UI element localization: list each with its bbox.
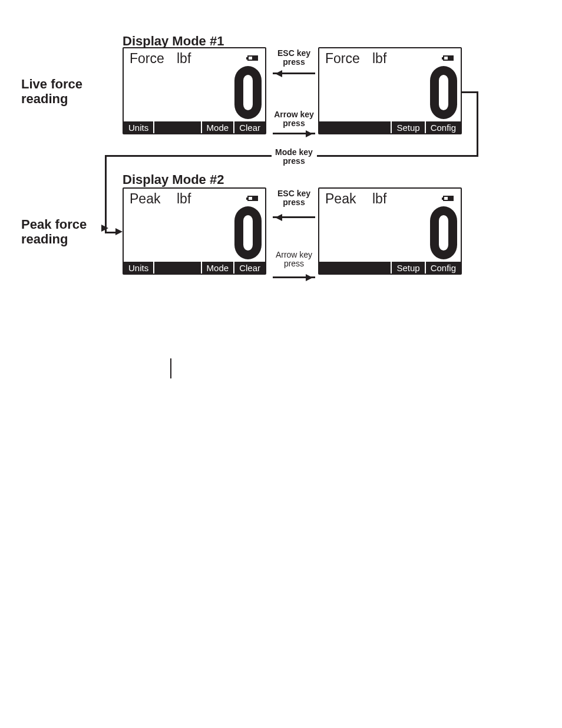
softkey-units[interactable]: Units [124,121,153,133]
arrow-arrow-2 [273,276,315,278]
softkey-config[interactable]: Config [426,262,461,274]
connector-line [317,155,478,157]
label-esc-1: ESC key press [273,49,315,66]
label-mode: Mode key press [272,148,316,165]
panel-live-menu: Force lbf Setup Config [318,47,462,134]
arrow-esc-2 [273,216,315,218]
side-label-peak: Peak force reading [21,217,115,247]
softkey-setup[interactable]: Setup [392,262,424,274]
panel-peak-main-value [234,206,262,259]
battery-icon [443,55,454,61]
side-label-live-text: Live force reading [21,77,82,106]
softkey-mode[interactable]: Mode [202,262,234,274]
panel-peak-main-softbar: Units Mode Clear [124,262,265,274]
panel-live-menu-unit: lbf [372,51,386,67]
battery-icon [247,196,258,201]
text-cursor-artifact [170,358,171,378]
side-label-live: Live force reading [21,77,115,107]
label-esc-2: ESC key press [273,189,315,206]
connector-line [477,91,478,155]
panel-live-main-softbar: Units Mode Clear [124,121,265,133]
panel-live-main-value [234,66,262,119]
softkey-mode[interactable]: Mode [202,121,234,133]
label-arrow-2: Arrow key press [273,251,315,268]
connector-line [105,155,272,157]
panel-live-main-unit: lbf [177,51,191,67]
panel-peak-main: Peak lbf Units Mode Clear [123,187,266,275]
arrow-arrow-1 [273,133,315,134]
panel-peak-menu-title: Peak [325,191,356,207]
panel-peak-menu: Peak lbf Setup Config [318,187,462,275]
panel-live-menu-value [430,66,457,119]
arrow-esc-1 [273,73,315,74]
panel-peak-main-title: Peak [130,191,160,207]
panel-peak-menu-value [430,206,457,259]
battery-icon [247,55,258,61]
softkey-clear[interactable]: Clear [234,121,265,133]
panel-peak-menu-softbar: Setup Config [319,262,461,274]
label-arrow-1: Arrow key press [273,110,315,127]
battery-icon [443,196,454,201]
panel-live-main-title: Force [130,51,164,67]
heading-mode-2: Display Mode #2 [123,172,224,187]
connector-line [462,91,478,93]
softkey-setup[interactable]: Setup [392,121,424,133]
softkey-clear[interactable]: Clear [234,262,265,274]
panel-live-menu-title: Force [325,51,360,67]
side-label-peak-text: Peak force reading [21,217,87,246]
panel-live-main: Force lbf Units Mode Clear [123,47,266,134]
panel-peak-main-unit: lbf [177,191,191,207]
panel-live-menu-softbar: Setup Config [319,121,461,133]
panel-peak-menu-unit: lbf [372,191,386,207]
softkey-units[interactable]: Units [124,262,153,274]
softkey-config[interactable]: Config [426,121,461,133]
